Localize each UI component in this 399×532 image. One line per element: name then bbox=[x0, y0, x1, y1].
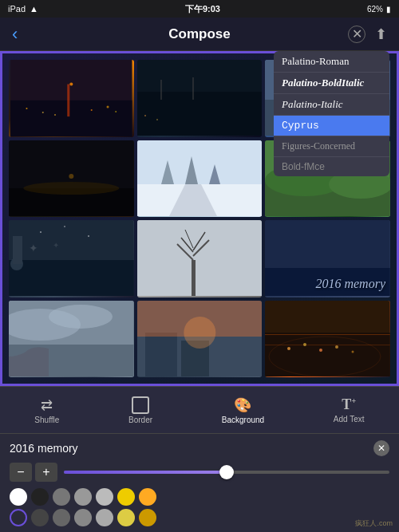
background-icon: 🎨 bbox=[234, 396, 251, 414]
slider-thumb[interactable] bbox=[219, 465, 234, 479]
svg-rect-42 bbox=[137, 220, 263, 296]
back-button[interactable]: ‹ bbox=[12, 24, 18, 45]
swatch-dark1[interactable] bbox=[31, 509, 49, 526]
panel-title: 2016 memory bbox=[10, 442, 78, 455]
share-button[interactable]: ⬆ bbox=[375, 26, 387, 43]
photo-cell-2[interactable] bbox=[137, 60, 263, 137]
add-text-icon: T+ bbox=[342, 396, 356, 413]
header: ‹ Compose ✕ ⬆ bbox=[0, 18, 399, 51]
battery-icon: ▮ bbox=[386, 5, 391, 14]
photo-cell-10[interactable] bbox=[9, 301, 134, 378]
font-item-figures-concerned[interactable]: Figures-Concerned bbox=[274, 136, 389, 157]
swatch-white[interactable] bbox=[10, 488, 27, 506]
svg-point-4 bbox=[26, 108, 27, 109]
svg-point-66 bbox=[319, 349, 322, 352]
svg-point-25 bbox=[69, 174, 73, 179]
panel-header: 2016 memory ✕ bbox=[10, 440, 389, 456]
photo-cell-5[interactable] bbox=[137, 140, 263, 218]
bottom-panel: 2016 memory ✕ − + bbox=[0, 434, 399, 532]
slider-track bbox=[64, 471, 389, 474]
photo-cell-1[interactable] bbox=[9, 60, 134, 137]
photo-cell-11[interactable] bbox=[137, 301, 263, 378]
page-title: Compose bbox=[168, 26, 230, 42]
status-bar: iPad ▲ 下午9:03 62% ▮ bbox=[0, 0, 399, 18]
photo-cell-8[interactable] bbox=[137, 220, 263, 298]
color-swatches2 bbox=[10, 509, 156, 526]
font-item-palatino-roman[interactable]: Palatino-Roman bbox=[274, 51, 389, 73]
time-label: 下午9:03 bbox=[185, 4, 220, 14]
slider-fill bbox=[64, 471, 227, 474]
border-icon bbox=[132, 396, 149, 414]
svg-point-15 bbox=[156, 119, 158, 120]
font-list: Palatino-Roman Palatino-BoldItalic Palat… bbox=[274, 51, 389, 176]
svg-rect-34 bbox=[9, 260, 134, 296]
swatch-yellow[interactable] bbox=[117, 488, 135, 506]
toolbar-background[interactable]: 🎨 Background bbox=[222, 396, 264, 424]
font-item-palatino-italic[interactable]: Palatino-Italic bbox=[274, 94, 389, 116]
svg-rect-1 bbox=[10, 100, 132, 137]
swatch-dark3[interactable] bbox=[74, 509, 92, 526]
photo-cell-4[interactable] bbox=[9, 140, 134, 218]
increase-size-button[interactable]: + bbox=[35, 463, 57, 482]
svg-rect-11 bbox=[137, 92, 263, 136]
swatch-black[interactable] bbox=[31, 488, 49, 506]
swatch-gold2[interactable] bbox=[139, 509, 156, 526]
swatch-gold1[interactable] bbox=[117, 509, 135, 526]
swatch-gray3[interactable] bbox=[96, 488, 113, 506]
svg-text:✦: ✦ bbox=[29, 242, 38, 254]
svg-rect-62 bbox=[265, 334, 390, 335]
svg-point-38 bbox=[64, 226, 65, 227]
add-text-label: Add Text bbox=[334, 415, 365, 424]
border-label: Border bbox=[128, 416, 152, 424]
shuffle-icon: ⇄ bbox=[41, 396, 53, 414]
svg-point-8 bbox=[115, 111, 117, 112]
carrier-label: iPad bbox=[8, 4, 26, 14]
size-row: − + bbox=[10, 463, 389, 482]
svg-rect-3 bbox=[67, 84, 69, 116]
toolbar-border[interactable]: Border bbox=[128, 396, 152, 424]
svg-rect-43 bbox=[192, 260, 196, 296]
svg-point-2 bbox=[69, 82, 73, 85]
svg-point-5 bbox=[42, 112, 44, 113]
toolbar-shuffle[interactable]: ⇄ Shuffle bbox=[34, 396, 59, 424]
close-button[interactable]: ✕ bbox=[348, 26, 365, 43]
swatch-light1[interactable] bbox=[96, 509, 113, 526]
text-overlay: 2016 memory bbox=[315, 277, 385, 291]
font-item-bold-fmce[interactable]: Bold-fMce bbox=[274, 157, 389, 176]
shuffle-label: Shuffle bbox=[34, 416, 59, 424]
svg-rect-36 bbox=[13, 236, 22, 264]
size-slider[interactable] bbox=[64, 471, 389, 474]
photo-cell-12[interactable] bbox=[265, 301, 390, 378]
svg-point-67 bbox=[335, 345, 338, 349]
svg-point-14 bbox=[144, 115, 146, 116]
photo-cell-9-memory[interactable]: 2016 memory bbox=[265, 220, 390, 298]
swatch-orange[interactable] bbox=[139, 488, 156, 506]
svg-rect-56 bbox=[145, 333, 177, 376]
font-item-cyprus[interactable]: Cyprus bbox=[274, 116, 389, 136]
background-label: Background bbox=[222, 416, 264, 424]
swatch-dark2[interactable] bbox=[53, 509, 70, 526]
size-controls: − + bbox=[10, 463, 57, 482]
swatch-gray2[interactable] bbox=[74, 488, 92, 506]
swatch-outline[interactable] bbox=[10, 509, 27, 526]
color-swatches-row bbox=[10, 488, 389, 506]
svg-point-68 bbox=[352, 350, 354, 353]
svg-point-65 bbox=[303, 343, 306, 346]
toolbar: ⇄ Shuffle Border 🎨 Background T+ Add Tex… bbox=[0, 386, 399, 434]
decrease-size-button[interactable]: − bbox=[10, 463, 32, 482]
svg-point-37 bbox=[40, 231, 41, 233]
svg-point-54 bbox=[49, 305, 113, 329]
photo-cell-7[interactable]: ✦ ✦ bbox=[9, 220, 134, 298]
swatch-gray1[interactable] bbox=[53, 488, 70, 506]
battery-label: 62% bbox=[367, 5, 383, 14]
svg-point-24 bbox=[23, 182, 119, 195]
panel-close-button[interactable]: ✕ bbox=[373, 440, 389, 456]
color-swatches-row2 bbox=[10, 509, 389, 526]
font-item-palatino-bold-italic[interactable]: Palatino-BoldItalic bbox=[274, 73, 389, 94]
toolbar-add-text[interactable]: T+ Add Text bbox=[334, 396, 365, 424]
svg-text:✦: ✦ bbox=[53, 241, 59, 250]
svg-point-64 bbox=[287, 347, 290, 350]
svg-point-9 bbox=[54, 114, 56, 116]
svg-point-39 bbox=[88, 235, 89, 237]
svg-point-7 bbox=[107, 105, 109, 108]
